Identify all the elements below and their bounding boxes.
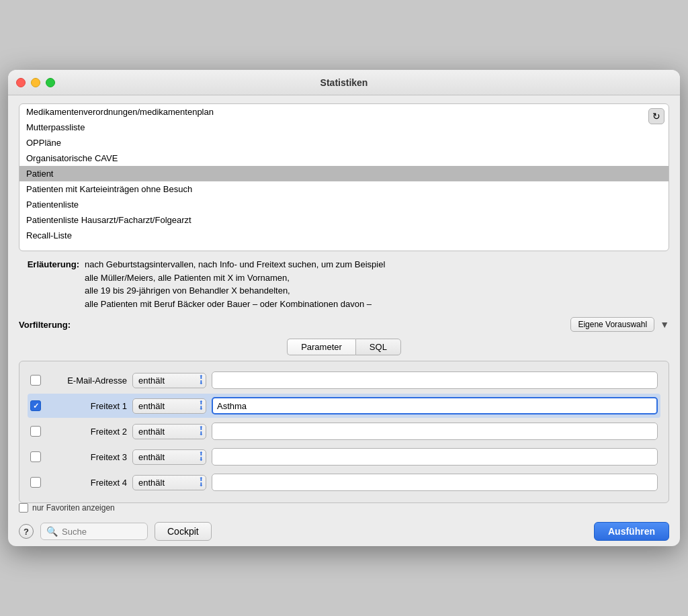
statistics-list: Medikamentenverordnungen/medikamentenpla… — [19, 103, 669, 251]
list-item[interactable]: Mutterpassliste — [19, 120, 669, 135]
param-row: Freitext 4enthältistbeginnt mitendet mit… — [28, 470, 660, 494]
param-label-freitext4: Freitext 4 — [46, 478, 127, 488]
search-input[interactable] — [62, 527, 142, 537]
vorfilterung-row: Vorfilterung: Eigene Vorauswahl ▼ — [19, 317, 669, 332]
param-select-container-freitext4: enthältistbeginnt mitendet mitist leeris… — [132, 475, 206, 490]
erlaeuterung-section: Erläuterung: nach Geburtstagsintervallen… — [19, 258, 669, 310]
tabs-row: Parameter SQL — [19, 339, 669, 355]
traffic-lights — [16, 78, 55, 87]
cockpit-button[interactable]: Cockpit — [155, 522, 212, 541]
list-item[interactable]: Recall-Liste — [19, 228, 669, 243]
param-input-email[interactable] — [212, 371, 658, 389]
param-select-freitext3[interactable]: enthältistbeginnt mitendet mitist leeris… — [132, 449, 206, 465]
param-label-email: E-Mail-Adresse — [46, 376, 127, 386]
search-icon: 🔍 — [46, 526, 58, 537]
param-label-freitext2: Freitext 2 — [46, 427, 127, 437]
favorites-row: nur Favoriten anzeigen — [8, 503, 680, 517]
filter-icon[interactable]: ▼ — [660, 319, 669, 330]
window-title: Statistiken — [320, 77, 368, 88]
title-bar: Statistiken — [8, 70, 680, 95]
list-item[interactable]: Patienten mit Karteieinträgen ohne Besuc… — [19, 181, 669, 197]
erlaeuterung-text: nach Geburtstagsintervallen, nach Info- … — [85, 258, 385, 310]
list-item[interactable]: Organisatorische CAVE — [19, 150, 669, 166]
param-select-container-freitext2: enthältistbeginnt mitendet mitist leeris… — [132, 424, 206, 439]
param-select-freitext4[interactable]: enthältistbeginnt mitendet mitist leeris… — [132, 475, 206, 490]
param-panel: E-Mail-Adresseenthältistbeginnt mitendet… — [19, 361, 669, 503]
param-label-freitext1: Freitext 1 — [46, 401, 127, 411]
param-select-container-freitext1: enthältistbeginnt mitendet mitist leeris… — [132, 398, 206, 414]
help-button[interactable]: ? — [19, 524, 34, 539]
list-item[interactable]: Patientenliste — [19, 197, 669, 212]
param-row: E-Mail-Adresseenthältistbeginnt mitendet… — [28, 368, 660, 392]
param-select-email[interactable]: enthältistbeginnt mitendet mitist leeris… — [132, 373, 206, 388]
maximize-button[interactable] — [46, 78, 55, 87]
param-select-container-email: enthältistbeginnt mitendet mitist leeris… — [132, 373, 206, 388]
list-scroll-area[interactable]: Medikamentenverordnungen/medikamentenpla… — [19, 104, 669, 251]
param-label-freitext3: Freitext 3 — [46, 452, 127, 462]
ausfuehren-button[interactable]: Ausführen — [594, 522, 669, 541]
param-input-freitext3[interactable] — [212, 448, 658, 466]
tab-sql[interactable]: SQL — [355, 339, 401, 355]
param-checkbox-freitext3[interactable] — [30, 451, 41, 462]
param-checkbox-freitext1[interactable] — [30, 400, 41, 411]
param-input-freitext2[interactable] — [212, 423, 658, 440]
param-row: Freitext 3enthältistbeginnt mitendet mit… — [28, 445, 660, 469]
erlaeuterung-label: Erläuterung: — [19, 258, 79, 310]
main-content: Medikamentenverordnungen/medikamentenpla… — [8, 95, 680, 503]
param-checkbox-freitext2[interactable] — [30, 426, 41, 437]
bottom-bar: ? 🔍 Cockpit Ausführen — [8, 517, 680, 546]
list-item[interactable]: Patient — [19, 166, 669, 181]
param-select-container-freitext3: enthältistbeginnt mitendet mitist leeris… — [132, 449, 206, 465]
param-input-freitext1[interactable] — [212, 397, 658, 414]
favorites-label: nur Favoriten anzeigen — [32, 503, 115, 513]
tab-parameter[interactable]: Parameter — [287, 339, 355, 355]
main-window: Statistiken Medikamentenverordnungen/med… — [8, 70, 680, 546]
param-select-freitext2[interactable]: enthältistbeginnt mitendet mitist leeris… — [132, 424, 206, 439]
param-select-freitext1[interactable]: enthältistbeginnt mitendet mitist leeris… — [132, 398, 206, 414]
list-item[interactable]: Medikamentenverordnungen/medikamentenpla… — [19, 104, 669, 120]
refresh-button[interactable]: ↻ — [648, 108, 664, 124]
search-container[interactable]: 🔍 — [40, 523, 148, 540]
param-checkbox-email[interactable] — [30, 375, 41, 386]
param-input-freitext4[interactable] — [212, 474, 658, 491]
favorites-checkbox[interactable] — [19, 503, 28, 513]
close-button[interactable] — [16, 78, 26, 87]
minimize-button[interactable] — [31, 78, 40, 87]
param-row: Freitext 2enthältistbeginnt mitendet mit… — [28, 419, 660, 443]
param-checkbox-freitext4[interactable] — [30, 477, 41, 488]
vorfilterung-label: Vorfilterung: — [19, 320, 79, 330]
list-item[interactable]: Patientenliste Hausarzt/Facharzt/Folgear… — [19, 212, 669, 228]
eigene-vorauswahl-button[interactable]: Eigene Vorauswahl — [570, 317, 654, 332]
list-item[interactable]: OPPläne — [19, 135, 669, 150]
param-row: Freitext 1enthältistbeginnt mitendet mit… — [28, 394, 660, 418]
